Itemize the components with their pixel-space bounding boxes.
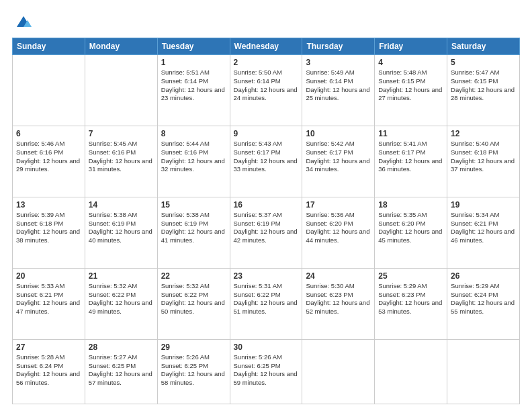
- calendar-cell: 19Sunrise: 5:34 AM Sunset: 6:21 PM Dayli…: [447, 197, 520, 268]
- day-number: 25: [378, 271, 443, 281]
- day-info: Sunrise: 5:47 AM Sunset: 6:15 PM Dayligh…: [451, 68, 516, 103]
- calendar-cell: 29Sunrise: 5:26 AM Sunset: 6:25 PM Dayli…: [157, 339, 230, 404]
- day-info: Sunrise: 5:34 AM Sunset: 6:21 PM Dayligh…: [451, 211, 516, 245]
- calendar-cell: 14Sunrise: 5:38 AM Sunset: 6:19 PM Dayli…: [85, 197, 157, 268]
- calendar-cell: [375, 339, 447, 404]
- day-info: Sunrise: 5:42 AM Sunset: 6:17 PM Dayligh…: [306, 140, 371, 174]
- calendar-week-row: 1Sunrise: 5:51 AM Sunset: 6:14 PM Daylig…: [13, 55, 520, 126]
- calendar-cell: 8Sunrise: 5:44 AM Sunset: 6:16 PM Daylig…: [157, 126, 230, 197]
- day-info: Sunrise: 5:50 AM Sunset: 6:14 PM Dayligh…: [234, 68, 299, 103]
- day-number: 26: [451, 271, 516, 281]
- calendar-cell: 26Sunrise: 5:29 AM Sunset: 6:24 PM Dayli…: [447, 268, 520, 339]
- day-info: Sunrise: 5:39 AM Sunset: 6:18 PM Dayligh…: [16, 211, 81, 245]
- day-info: Sunrise: 5:28 AM Sunset: 6:24 PM Dayligh…: [16, 353, 81, 387]
- weekday-header-wednesday: Wednesday: [230, 38, 302, 55]
- calendar-cell: 1Sunrise: 5:51 AM Sunset: 6:14 PM Daylig…: [157, 55, 230, 126]
- calendar-week-row: 13Sunrise: 5:39 AM Sunset: 6:18 PM Dayli…: [13, 197, 520, 268]
- calendar-cell: [302, 339, 375, 404]
- calendar-cell: 25Sunrise: 5:29 AM Sunset: 6:23 PM Dayli…: [375, 268, 447, 339]
- weekday-header-tuesday: Tuesday: [157, 38, 230, 55]
- calendar-cell: 28Sunrise: 5:27 AM Sunset: 6:25 PM Dayli…: [85, 339, 157, 404]
- day-number: 11: [378, 129, 443, 138]
- day-info: Sunrise: 5:41 AM Sunset: 6:17 PM Dayligh…: [378, 140, 443, 174]
- day-number: 27: [16, 342, 81, 352]
- calendar-cell: 20Sunrise: 5:33 AM Sunset: 6:21 PM Dayli…: [13, 268, 85, 339]
- calendar-cell: 24Sunrise: 5:30 AM Sunset: 6:23 PM Dayli…: [302, 268, 375, 339]
- calendar-cell: [13, 55, 85, 126]
- calendar-cell: 9Sunrise: 5:43 AM Sunset: 6:17 PM Daylig…: [230, 126, 302, 197]
- day-number: 7: [89, 129, 154, 138]
- calendar-cell: 7Sunrise: 5:45 AM Sunset: 6:16 PM Daylig…: [85, 126, 157, 197]
- day-number: 23: [234, 271, 299, 281]
- day-info: Sunrise: 5:38 AM Sunset: 6:19 PM Dayligh…: [89, 211, 154, 245]
- day-info: Sunrise: 5:48 AM Sunset: 6:15 PM Dayligh…: [378, 68, 443, 103]
- day-info: Sunrise: 5:45 AM Sunset: 6:16 PM Dayligh…: [89, 140, 154, 174]
- logo-icon: [14, 12, 33, 31]
- day-number: 22: [161, 271, 226, 281]
- day-info: Sunrise: 5:43 AM Sunset: 6:17 PM Dayligh…: [234, 140, 299, 174]
- day-number: 3: [306, 58, 371, 67]
- day-number: 15: [161, 200, 226, 210]
- day-info: Sunrise: 5:37 AM Sunset: 6:19 PM Dayligh…: [234, 211, 299, 245]
- logo: [12, 12, 33, 31]
- calendar-cell: 4Sunrise: 5:48 AM Sunset: 6:15 PM Daylig…: [375, 55, 447, 126]
- calendar-cell: 6Sunrise: 5:46 AM Sunset: 6:16 PM Daylig…: [13, 126, 85, 197]
- weekday-header-monday: Monday: [85, 38, 157, 55]
- day-info: Sunrise: 5:51 AM Sunset: 6:14 PM Dayligh…: [161, 68, 226, 103]
- calendar-cell: 16Sunrise: 5:37 AM Sunset: 6:19 PM Dayli…: [230, 197, 302, 268]
- day-number: 14: [89, 200, 154, 210]
- day-info: Sunrise: 5:32 AM Sunset: 6:22 PM Dayligh…: [161, 282, 226, 316]
- header: [12, 12, 520, 31]
- calendar-table: SundayMondayTuesdayWednesdayThursdayFrid…: [12, 38, 520, 404]
- calendar-cell: [85, 55, 157, 126]
- calendar-week-row: 20Sunrise: 5:33 AM Sunset: 6:21 PM Dayli…: [13, 268, 520, 339]
- day-info: Sunrise: 5:26 AM Sunset: 6:25 PM Dayligh…: [161, 353, 226, 387]
- day-info: Sunrise: 5:33 AM Sunset: 6:21 PM Dayligh…: [16, 282, 81, 316]
- day-info: Sunrise: 5:30 AM Sunset: 6:23 PM Dayligh…: [306, 282, 371, 316]
- day-info: Sunrise: 5:46 AM Sunset: 6:16 PM Dayligh…: [16, 140, 81, 174]
- day-number: 24: [306, 271, 371, 281]
- weekday-header-friday: Friday: [375, 38, 447, 55]
- day-number: 6: [16, 129, 81, 138]
- day-info: Sunrise: 5:40 AM Sunset: 6:18 PM Dayligh…: [451, 140, 516, 174]
- calendar-cell: 5Sunrise: 5:47 AM Sunset: 6:15 PM Daylig…: [447, 55, 520, 126]
- day-number: 2: [234, 58, 299, 67]
- day-number: 17: [306, 200, 371, 210]
- day-info: Sunrise: 5:35 AM Sunset: 6:20 PM Dayligh…: [378, 211, 443, 245]
- day-number: 30: [234, 342, 299, 352]
- day-info: Sunrise: 5:32 AM Sunset: 6:22 PM Dayligh…: [89, 282, 154, 316]
- day-number: 9: [234, 129, 299, 138]
- day-info: Sunrise: 5:29 AM Sunset: 6:23 PM Dayligh…: [378, 282, 443, 316]
- calendar-cell: 12Sunrise: 5:40 AM Sunset: 6:18 PM Dayli…: [447, 126, 520, 197]
- day-number: 16: [234, 200, 299, 210]
- day-info: Sunrise: 5:26 AM Sunset: 6:25 PM Dayligh…: [234, 353, 299, 387]
- calendar-cell: [447, 339, 520, 404]
- day-number: 10: [306, 129, 371, 138]
- day-number: 19: [451, 200, 516, 210]
- day-number: 13: [16, 200, 81, 210]
- day-info: Sunrise: 5:31 AM Sunset: 6:22 PM Dayligh…: [234, 282, 299, 316]
- calendar-cell: 23Sunrise: 5:31 AM Sunset: 6:22 PM Dayli…: [230, 268, 302, 339]
- day-number: 4: [378, 58, 443, 67]
- calendar-week-row: 6Sunrise: 5:46 AM Sunset: 6:16 PM Daylig…: [13, 126, 520, 197]
- calendar-cell: 21Sunrise: 5:32 AM Sunset: 6:22 PM Dayli…: [85, 268, 157, 339]
- day-number: 1: [161, 58, 226, 67]
- day-number: 18: [378, 200, 443, 210]
- day-info: Sunrise: 5:36 AM Sunset: 6:20 PM Dayligh…: [306, 211, 371, 245]
- day-number: 5: [451, 58, 516, 67]
- weekday-header-sunday: Sunday: [13, 38, 85, 55]
- day-number: 28: [89, 342, 154, 352]
- calendar-cell: 18Sunrise: 5:35 AM Sunset: 6:20 PM Dayli…: [375, 197, 447, 268]
- calendar-cell: 2Sunrise: 5:50 AM Sunset: 6:14 PM Daylig…: [230, 55, 302, 126]
- day-info: Sunrise: 5:27 AM Sunset: 6:25 PM Dayligh…: [89, 353, 154, 387]
- day-info: Sunrise: 5:44 AM Sunset: 6:16 PM Dayligh…: [161, 140, 226, 174]
- weekday-header-thursday: Thursday: [302, 38, 375, 55]
- calendar-cell: 30Sunrise: 5:26 AM Sunset: 6:25 PM Dayli…: [230, 339, 302, 404]
- day-number: 29: [161, 342, 226, 352]
- calendar-cell: 13Sunrise: 5:39 AM Sunset: 6:18 PM Dayli…: [13, 197, 85, 268]
- calendar-cell: 10Sunrise: 5:42 AM Sunset: 6:17 PM Dayli…: [302, 126, 375, 197]
- day-number: 21: [89, 271, 154, 281]
- page: SundayMondayTuesdayWednesdayThursdayFrid…: [0, 0, 532, 411]
- calendar-week-row: 27Sunrise: 5:28 AM Sunset: 6:24 PM Dayli…: [13, 339, 520, 404]
- day-number: 20: [16, 271, 81, 281]
